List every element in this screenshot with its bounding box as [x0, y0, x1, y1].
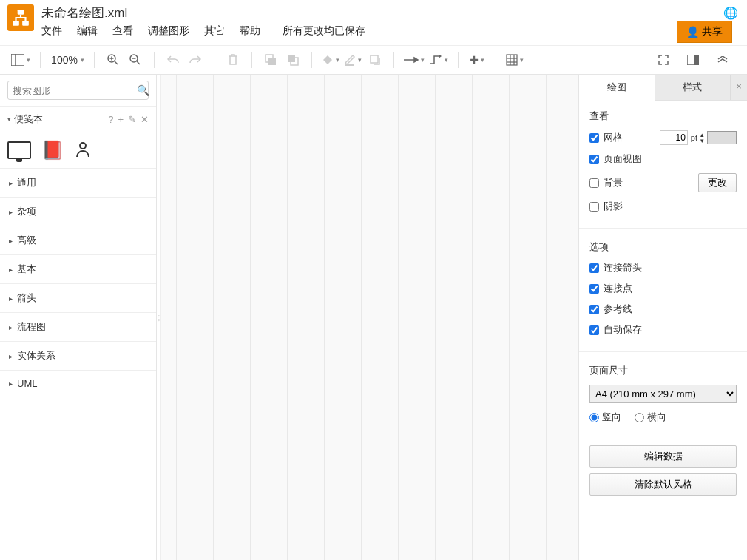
grid-size-input[interactable]: [660, 130, 688, 145]
close-icon[interactable]: ✕: [141, 114, 149, 125]
points-row: 连接点: [589, 282, 737, 295]
close-panel-icon[interactable]: ×: [731, 75, 747, 100]
grid-unit: pt: [691, 133, 697, 142]
person-shape-icon[interactable]: [74, 141, 92, 161]
tab-style[interactable]: 样式: [655, 75, 731, 100]
separator: [94, 52, 95, 68]
menu-view[interactable]: 查看: [112, 24, 133, 38]
scratchpad-label: 便笺本: [14, 112, 108, 126]
points-checkbox[interactable]: [589, 284, 599, 294]
category-basic[interactable]: 基本: [0, 255, 156, 284]
zoom-dropdown[interactable]: 100%: [50, 50, 84, 70]
view-section: 查看 网格 pt ▴▾ 页面视图 背景 更改 阴影: [579, 101, 747, 225]
clear-styles-button[interactable]: 清除默认风格: [589, 473, 737, 496]
category-list: 通用 杂项 高级 基本 箭头 流程图 实体关系 UML: [0, 168, 156, 397]
svg-rect-19: [507, 55, 517, 65]
edit-icon[interactable]: ✎: [128, 114, 136, 125]
separator: [496, 52, 496, 68]
header: 未命名绘图.xml 文件 编辑 查看 调整图形 其它 帮助 所有更改均已保存 🌐…: [0, 0, 747, 38]
person-icon: 👤: [686, 26, 699, 38]
portrait-radio[interactable]: [589, 413, 599, 422]
category-er[interactable]: 实体关系: [0, 342, 156, 371]
menu-extras[interactable]: 其它: [204, 24, 225, 38]
delete-icon[interactable]: [224, 50, 242, 70]
share-label: 共享: [702, 25, 723, 38]
search-input[interactable]: [13, 85, 137, 96]
pageview-checkbox[interactable]: [589, 155, 599, 164]
zoom-value: 100%: [50, 54, 78, 66]
scratchpad-header[interactable]: ▾ 便笺本 ? + ✎ ✕: [0, 106, 156, 132]
background-checkbox[interactable]: [589, 178, 599, 188]
pagesize-title: 页面尺寸: [589, 364, 737, 377]
logo-icon: [11, 8, 30, 27]
book-shape-icon[interactable]: 📕: [41, 140, 64, 161]
undo-icon[interactable]: [164, 50, 182, 70]
waypoint-dropdown[interactable]: [429, 50, 448, 70]
view-mode-dropdown[interactable]: [11, 50, 30, 70]
grid-color-swatch[interactable]: [707, 131, 737, 144]
svg-rect-15: [288, 55, 295, 62]
category-uml[interactable]: UML: [0, 371, 156, 397]
search-icon[interactable]: 🔍: [137, 84, 149, 96]
shadow-icon[interactable]: [366, 50, 384, 70]
separator: [251, 52, 252, 68]
separator: [458, 52, 459, 68]
title-row: 未命名绘图.xml: [41, 4, 740, 21]
redo-icon[interactable]: [186, 50, 204, 70]
menu-file[interactable]: 文件: [41, 24, 62, 38]
search-box[interactable]: 🔍: [7, 81, 149, 100]
add-icon[interactable]: +: [118, 114, 124, 125]
grid-row: 网格 pt ▴▾: [589, 130, 737, 145]
separator: [40, 52, 41, 68]
menu-edit[interactable]: 编辑: [77, 24, 98, 38]
category-general[interactable]: 通用: [0, 169, 156, 198]
landscape-radio[interactable]: [635, 413, 644, 422]
category-misc[interactable]: 杂项: [0, 198, 156, 226]
autosave-checkbox[interactable]: [589, 325, 599, 335]
separator: [214, 52, 214, 68]
app-logo: [7, 4, 34, 31]
menu-help[interactable]: 帮助: [240, 24, 260, 38]
category-advanced[interactable]: 高级: [0, 226, 156, 255]
grid-checkbox[interactable]: [589, 133, 599, 143]
arrows-row: 连接箭头: [589, 261, 737, 274]
category-flowchart[interactable]: 流程图: [0, 313, 156, 342]
insert-dropdown[interactable]: +: [468, 50, 486, 70]
fullscreen-icon[interactable]: [655, 50, 672, 70]
stepper-icon[interactable]: ▴▾: [700, 132, 704, 144]
table-dropdown[interactable]: [506, 50, 524, 70]
guides-label: 参考线: [604, 303, 737, 316]
edit-data-button[interactable]: 编辑数据: [589, 445, 737, 468]
autosave-row: 自动保存: [589, 323, 737, 337]
tab-diagram[interactable]: 绘图: [579, 75, 655, 101]
zoom-in-icon[interactable]: [104, 50, 122, 70]
change-button[interactable]: 更改: [698, 173, 737, 192]
svg-rect-13: [268, 58, 276, 65]
menu-arrange[interactable]: 调整图形: [148, 24, 189, 38]
zoom-out-icon[interactable]: [126, 50, 144, 70]
landscape-label: 横向: [647, 411, 666, 424]
monitor-shape-icon[interactable]: [7, 141, 31, 159]
shadow-checkbox[interactable]: [589, 202, 599, 212]
canvas[interactable]: [161, 75, 578, 560]
language-icon[interactable]: 🌐: [723, 6, 738, 20]
fill-color-dropdown[interactable]: [322, 50, 339, 70]
pagesize-select[interactable]: A4 (210 mm x 297 mm): [589, 385, 737, 403]
share-button[interactable]: 👤 共享: [677, 21, 732, 43]
svg-rect-0: [18, 10, 24, 15]
document-title[interactable]: 未命名绘图.xml: [41, 4, 127, 21]
category-arrows[interactable]: 箭头: [0, 284, 156, 313]
to-back-icon[interactable]: [284, 50, 302, 70]
collapse-icon[interactable]: [714, 50, 731, 70]
guides-checkbox[interactable]: [589, 305, 599, 314]
svg-line-6: [115, 61, 118, 64]
help-icon[interactable]: ?: [108, 114, 113, 125]
divider: [579, 439, 747, 439]
to-front-icon[interactable]: [262, 50, 280, 70]
save-status: 所有更改均已保存: [283, 24, 365, 38]
toolbar: 100% +: [0, 45, 747, 75]
connection-dropdown[interactable]: [404, 50, 425, 70]
format-panel-icon[interactable]: [684, 50, 702, 70]
arrows-checkbox[interactable]: [589, 263, 599, 273]
line-color-dropdown[interactable]: [344, 50, 362, 70]
